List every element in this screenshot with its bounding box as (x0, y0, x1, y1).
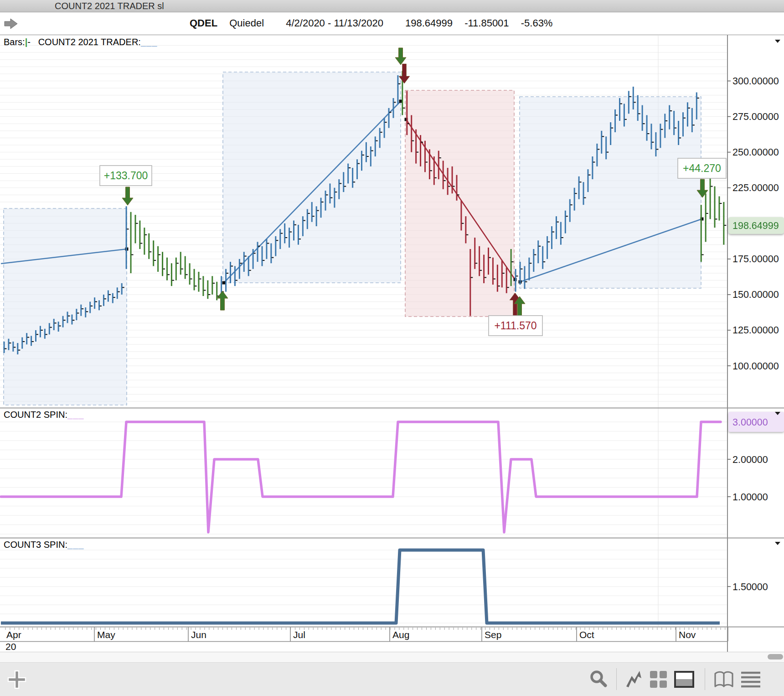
price-axis-label: 275.00000 (732, 111, 779, 122)
price-change: -11.85001 (464, 17, 509, 29)
study-value-blank: ___ (141, 37, 157, 47)
count2-pane-label[interactable]: COUNT2 SPIN:___ (4, 410, 84, 420)
count3-spin-blank: ___ (67, 540, 84, 550)
scrollbar-thumb[interactable] (768, 654, 783, 660)
month-axis-label: Aug (392, 629, 409, 640)
price-axis-label: 175.00000 (732, 254, 779, 265)
count2-spin-label: COUNT2 SPIN: (4, 410, 67, 420)
month-axis-label: Jul (293, 629, 305, 640)
study-label-count2-trader[interactable]: COUNT2 2021 TRADER: (38, 37, 141, 47)
price-axis-label: 150.00000 (732, 289, 779, 300)
svg-text:198.64999: 198.64999 (732, 220, 779, 231)
main-pane-label[interactable]: Bars:|- COUNT2 2021 TRADER:___ (4, 37, 157, 47)
scrollbar-track[interactable] (0, 652, 784, 663)
bars-label: Bars: (4, 37, 25, 47)
month-axis-label: Jun (191, 629, 206, 640)
month-axis-label: Sep (485, 629, 501, 640)
profit-label: +133.700 (100, 166, 152, 186)
book-icon[interactable] (714, 670, 735, 689)
layout-grid-icon[interactable] (649, 670, 668, 689)
company-name: Quiedel (229, 17, 264, 29)
month-axis-label: Oct (579, 629, 594, 640)
last-price: 198.64999 (405, 17, 453, 29)
price-axis-label: 100.00000 (732, 361, 779, 372)
quote-summary: QDEL Quiedel 4/2/2020 - 11/13/2020 198.6… (190, 17, 562, 29)
count3-spin-label: COUNT3 SPIN: (4, 540, 67, 550)
month-axis-label: Apr (6, 629, 21, 640)
count2-current-value-label: 3.00000 (728, 412, 784, 432)
month-axis-label: May (97, 629, 115, 640)
svg-text:+133.700: +133.700 (104, 170, 148, 182)
price-axis-label: 225.00000 (732, 182, 779, 193)
forward-arrow-icon[interactable] (4, 18, 19, 30)
price-axis-label: 300.00000 (732, 76, 779, 87)
profit-label: +111.570 (489, 316, 542, 336)
svg-text:+44.270: +44.270 (683, 162, 721, 174)
toolbar-divider (705, 668, 705, 690)
toolbar-divider (616, 668, 617, 690)
last-price-axis-label: 198.64999 (728, 217, 784, 234)
profit-label: +44.270 (678, 158, 726, 178)
svg-text:3.00000: 3.00000 (732, 417, 768, 428)
count2-axis-label: 2.00000 (732, 454, 768, 465)
quote-header: QDEL Quiedel 4/2/2020 - 11/13/2020 198.6… (0, 12, 784, 35)
panel-split-icon[interactable] (674, 670, 695, 689)
month-axis-label: Nov (679, 629, 696, 640)
price-axis-label: 250.00000 (732, 147, 779, 158)
year-axis-label: 20 (5, 641, 16, 652)
window-title: COUNT2 2021 TRADER sl (55, 1, 164, 11)
symbol: QDEL (190, 17, 217, 29)
count2-spin-blank: ___ (67, 410, 84, 420)
count2-axis-label: 1.00000 (732, 492, 768, 503)
count3-pane-label[interactable]: COUNT3 SPIN:___ (4, 540, 84, 550)
crosshair-plus-icon[interactable] (7, 670, 27, 690)
chart-canvas[interactable]: +133.700+111.570+44.270300.00000275.0000… (0, 35, 784, 652)
bottom-toolbar (0, 663, 784, 696)
price-axis-label: 125.00000 (732, 325, 779, 336)
price-change-pct: -5.63% (521, 17, 553, 29)
price-bolt-icon[interactable] (625, 670, 645, 689)
search-icon[interactable] (590, 670, 608, 689)
chart-area[interactable]: +133.700+111.570+44.270300.00000275.0000… (0, 35, 784, 652)
count3-axis-label: 1.50000 (732, 582, 768, 592)
date-range: 4/2/2020 - 11/13/2020 (286, 17, 383, 29)
menu-lines-icon[interactable] (740, 670, 761, 689)
bar-type-dash: - (27, 37, 31, 47)
window-title-bar[interactable]: COUNT2 2021 TRADER sl (0, 0, 784, 12)
svg-text:+111.570: +111.570 (494, 320, 536, 332)
